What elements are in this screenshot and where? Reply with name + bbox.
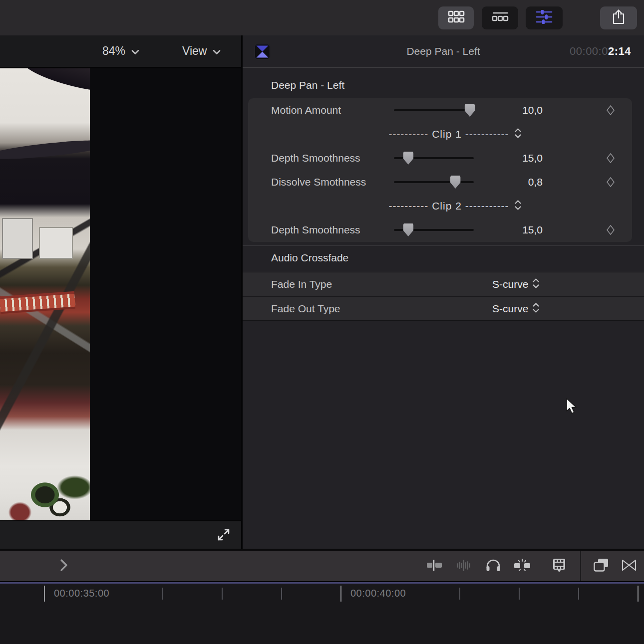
fade-out-type-popup[interactable]: S-curve bbox=[492, 297, 540, 321]
final-cut-pro-window: 84% View bbox=[0, 0, 644, 644]
browser-view-button[interactable] bbox=[438, 6, 474, 29]
transitions-browser-button[interactable] bbox=[619, 558, 639, 575]
fade-out-type-row: Fade Out Type S-curve bbox=[243, 296, 644, 321]
share-icon bbox=[611, 9, 626, 27]
chevron-down-icon bbox=[131, 44, 139, 58]
depth-smoothness-2-label: Depth Smoothness bbox=[271, 218, 360, 242]
dissolve-smothness-slider[interactable] bbox=[394, 170, 474, 194]
ruler-tick bbox=[281, 588, 282, 600]
video-detail bbox=[2, 218, 33, 259]
fade-in-type-value: S-curve bbox=[492, 278, 528, 290]
keyframe-diamond-icon[interactable] bbox=[606, 224, 615, 237]
motion-amount-value[interactable]: 10,0 bbox=[463, 98, 543, 122]
ruler-tick bbox=[162, 588, 163, 600]
skimming-icon bbox=[426, 559, 443, 574]
fade-out-type-label: Fade Out Type bbox=[271, 297, 340, 321]
inspector-view-button[interactable] bbox=[526, 6, 563, 29]
ruler-top-blue-line bbox=[0, 582, 644, 584]
timeline-toolbar bbox=[0, 549, 644, 581]
dissolve-smothness-label: Dissolve Smothness bbox=[271, 170, 366, 194]
viewer-zoom-value: 84% bbox=[102, 44, 125, 58]
clip-appearance-icon bbox=[551, 558, 567, 575]
viewer-view-popup[interactable]: View bbox=[182, 35, 221, 67]
dissolve-smothness-value[interactable]: 0,8 bbox=[463, 170, 543, 194]
ruler-timecode-label: 00:00:40:00 bbox=[350, 588, 406, 599]
motion-amount-row: Motion Amount 10,0 bbox=[248, 98, 632, 122]
list-view-button[interactable] bbox=[482, 6, 518, 29]
keyframe-diamond-icon[interactable] bbox=[606, 153, 615, 166]
keyframe-diamond-icon[interactable] bbox=[606, 105, 615, 118]
effects-browser-button[interactable] bbox=[591, 558, 611, 575]
solo-headphones-icon bbox=[485, 558, 501, 574]
clip1-selector-label: ---------- Clip 1 ----------- bbox=[388, 128, 509, 140]
viewer-header: 84% View bbox=[0, 35, 241, 68]
transition-inspector: Deep Pan - Left 00:00:02:14 Deep Pan - L… bbox=[243, 35, 644, 549]
timeline-expand-button[interactable] bbox=[54, 558, 74, 575]
slider-thumb[interactable] bbox=[450, 176, 461, 189]
updown-chevron-icon bbox=[514, 200, 522, 213]
viewer-view-label: View bbox=[182, 44, 207, 58]
share-button[interactable] bbox=[600, 6, 637, 29]
toolbar-separator bbox=[580, 551, 581, 581]
audio-crossfade-group: Fade In Type S-curve Fade Out Type S-cur… bbox=[243, 272, 644, 321]
depth-smoothness-1-row: Depth Smoothness 15,0 bbox=[248, 146, 632, 170]
timecode-bright-digits: 2:14 bbox=[608, 45, 631, 58]
motion-amount-slider[interactable] bbox=[394, 98, 474, 122]
clip2-selector-label: ---------- Clip 2 ----------- bbox=[388, 200, 509, 212]
viewer-footer bbox=[0, 520, 241, 550]
video-preview-frame[interactable] bbox=[0, 68, 90, 520]
expand-viewer-button[interactable] bbox=[214, 526, 234, 545]
depth-smoothness-2-row: Depth Smoothness 15,0 bbox=[248, 218, 632, 242]
fade-out-type-value: S-curve bbox=[492, 303, 528, 315]
effects-browser-icon bbox=[593, 558, 610, 575]
clip2-selector[interactable]: ---------- Clip 2 ----------- bbox=[248, 194, 632, 218]
motion-amount-label: Motion Amount bbox=[271, 98, 341, 122]
depth-smoothness-2-value[interactable]: 15,0 bbox=[463, 218, 543, 242]
inspector-header: Deep Pan - Left 00:00:02:14 bbox=[243, 35, 644, 68]
timeline-ruler[interactable]: 00:00:35:00 00:00:40:00 bbox=[0, 581, 644, 644]
updown-chevron-icon bbox=[532, 278, 540, 291]
fade-in-type-label: Fade In Type bbox=[271, 272, 332, 296]
inspector-sliders-icon bbox=[535, 10, 553, 26]
ruler-tick bbox=[519, 588, 520, 600]
timecode-dim-digits: 00:00:0 bbox=[570, 45, 608, 58]
clip-appearance-button[interactable] bbox=[549, 558, 569, 575]
slider-track bbox=[394, 181, 474, 183]
keyframe-diamond-icon[interactable] bbox=[606, 177, 615, 190]
dissolve-smothness-row: Dissolve Smothness 0,8 bbox=[248, 170, 632, 194]
audio-skimming-icon bbox=[456, 559, 473, 574]
depth-smoothness-1-label: Depth Smoothness bbox=[271, 146, 360, 170]
grid-view-icon bbox=[448, 10, 465, 25]
fade-in-type-row: Fade In Type S-curve bbox=[243, 272, 644, 296]
solo-toggle[interactable] bbox=[483, 558, 503, 575]
viewer-zoom-popup[interactable]: 84% bbox=[102, 35, 139, 67]
slider-thumb[interactable] bbox=[403, 223, 413, 236]
ruler-tick bbox=[578, 588, 579, 600]
expand-chevron-icon bbox=[60, 559, 68, 574]
video-detail bbox=[0, 136, 90, 163]
snapping-toggle[interactable] bbox=[512, 558, 532, 575]
depth-smoothness-1-slider[interactable] bbox=[394, 146, 474, 170]
fade-in-type-popup[interactable]: S-curve bbox=[492, 272, 540, 296]
chevron-down-icon bbox=[213, 44, 221, 58]
updown-chevron-icon bbox=[514, 128, 522, 141]
ruler-major-tick bbox=[44, 586, 45, 602]
viewer-panel: 84% View bbox=[0, 35, 241, 549]
transition-parameters-group: Motion Amount 10,0 ---------- Clip 1 ---… bbox=[248, 98, 632, 242]
expand-arrows-icon bbox=[217, 528, 231, 544]
slider-thumb[interactable] bbox=[403, 152, 413, 165]
video-detail bbox=[18, 68, 90, 99]
ruler-tick bbox=[459, 588, 460, 600]
clip1-selector[interactable]: ---------- Clip 1 ----------- bbox=[248, 122, 632, 146]
transition-duration-timecode[interactable]: 00:00:02:14 bbox=[570, 35, 631, 67]
audio-skimming-toggle[interactable] bbox=[454, 558, 474, 575]
ruler-major-tick bbox=[340, 586, 341, 602]
video-detail bbox=[0, 291, 75, 314]
depth-smoothness-1-value[interactable]: 15,0 bbox=[463, 146, 543, 170]
slider-track bbox=[394, 109, 474, 111]
audio-crossfade-heading: Audio Crossfade bbox=[271, 252, 348, 264]
skimming-toggle[interactable] bbox=[424, 558, 444, 575]
transitions-browser-icon bbox=[621, 559, 638, 574]
depth-smoothness-2-slider[interactable] bbox=[394, 218, 474, 242]
updown-chevron-icon bbox=[532, 302, 540, 316]
